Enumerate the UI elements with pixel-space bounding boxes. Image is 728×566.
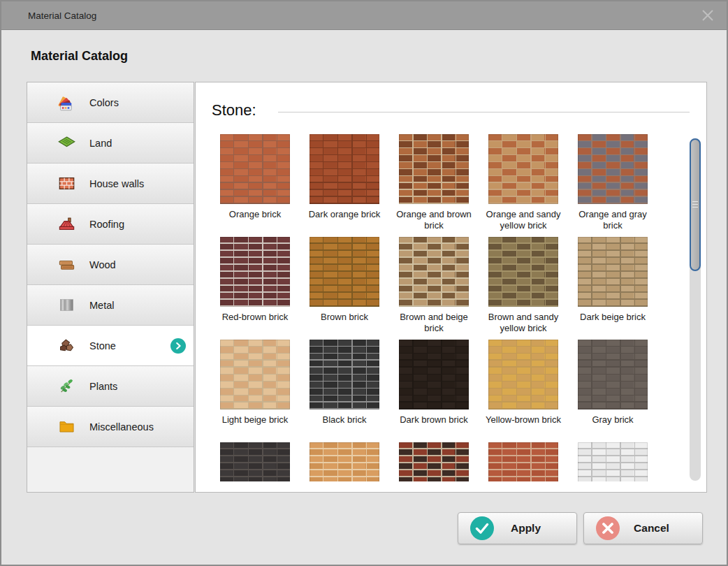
material-tile[interactable]: Dark beige brick <box>568 237 657 340</box>
scrollbar-thumb[interactable] <box>690 138 701 271</box>
category-sidebar: Colors Land House walls Roofing <box>27 82 194 493</box>
colors-palette-icon <box>57 93 76 112</box>
material-tile[interactable]: Dark brown brick <box>389 340 479 442</box>
sidebar-item-stone[interactable]: Stone <box>27 326 194 366</box>
stone-icon <box>57 336 76 355</box>
cancel-button[interactable]: Cancel <box>583 512 703 544</box>
material-label: Black brick <box>300 414 389 426</box>
sidebar-item-colors[interactable]: Colors <box>27 82 194 123</box>
scrollbar-grip-icon <box>692 201 698 208</box>
open-category-button[interactable] <box>170 338 186 354</box>
close-button[interactable] <box>699 6 717 24</box>
material-swatch[interactable] <box>578 340 648 409</box>
material-swatch[interactable] <box>310 134 379 204</box>
sidebar-item-label: Stone <box>89 340 116 351</box>
material-label: Brown and sandy yellow brick <box>479 312 568 334</box>
sidebar-item-miscellaneous[interactable]: Miscellaneous <box>27 407 194 447</box>
material-tile[interactable]: Orange and brown brick <box>389 134 479 237</box>
plants-icon <box>57 377 76 396</box>
material-label: Orange brick <box>210 209 300 220</box>
material-label: Orange and brown brick <box>389 209 479 231</box>
material-swatch[interactable] <box>310 442 379 481</box>
close-icon <box>700 8 715 23</box>
material-swatch[interactable] <box>399 442 469 481</box>
material-swatch[interactable] <box>220 237 290 307</box>
check-circle-icon <box>469 516 495 541</box>
material-tile[interactable] <box>479 442 568 481</box>
material-label: Dark beige brick <box>568 312 657 323</box>
material-swatch[interactable] <box>399 237 469 307</box>
material-label: Brown brick <box>300 312 389 323</box>
sidebar-item-label: Roofing <box>89 219 124 230</box>
section-title: Stone: <box>212 101 256 119</box>
material-tile[interactable] <box>210 442 300 481</box>
sidebar-item-label: Plants <box>89 381 117 392</box>
section-divider <box>278 112 690 113</box>
sidebar-item-plants[interactable]: Plants <box>27 366 194 407</box>
cancel-button-label: Cancel <box>620 522 683 535</box>
x-circle-icon <box>595 516 620 541</box>
material-tile[interactable]: Gray brick <box>568 340 657 442</box>
material-swatch[interactable] <box>399 340 469 409</box>
material-swatch[interactable] <box>488 340 558 409</box>
material-swatch[interactable] <box>399 134 469 204</box>
sidebar-item-house-walls[interactable]: House walls <box>27 164 194 204</box>
sidebar-item-label: Colors <box>89 97 119 108</box>
sidebar-item-label: Wood <box>89 259 116 270</box>
material-swatch[interactable] <box>488 134 558 204</box>
material-tile[interactable]: Red-brown brick <box>210 237 300 340</box>
material-swatch[interactable] <box>220 340 290 409</box>
material-label: Dark brown brick <box>389 414 479 426</box>
material-swatch[interactable] <box>578 237 648 307</box>
material-swatch[interactable] <box>578 134 648 204</box>
sidebar-item-label: Miscellaneous <box>89 421 154 433</box>
material-tile[interactable]: Orange brick <box>210 134 300 237</box>
metal-icon <box>57 296 76 314</box>
sidebar-item-land[interactable]: Land <box>27 123 194 164</box>
material-swatch[interactable] <box>220 134 290 204</box>
material-label: Yellow-brown brick <box>479 414 568 426</box>
page-title: Material Catalog <box>31 49 128 64</box>
material-tile[interactable]: Brown and beige brick <box>389 237 479 340</box>
material-swatch[interactable] <box>488 442 558 481</box>
material-tile[interactable] <box>568 442 657 481</box>
material-label: Brown and beige brick <box>389 312 479 334</box>
material-label: Orange and gray brick <box>568 209 657 231</box>
material-tile[interactable]: Yellow-brown brick <box>479 340 568 442</box>
material-grid: Orange brick Dark orange brick Orange an… <box>210 134 657 481</box>
sidebar-item-label: House walls <box>89 178 144 189</box>
material-tile[interactable]: Brown and sandy yellow brick <box>479 237 568 340</box>
sidebar-item-metal[interactable]: Metal <box>27 285 194 326</box>
material-label: Gray brick <box>568 414 657 426</box>
land-icon <box>57 133 76 152</box>
material-swatch[interactable] <box>310 340 379 409</box>
roofing-icon <box>57 215 76 233</box>
sidebar-item-roofing[interactable]: Roofing <box>27 204 194 245</box>
house-walls-icon <box>57 174 76 193</box>
material-tile[interactable]: Black brick <box>300 340 389 442</box>
material-tile[interactable] <box>300 442 389 481</box>
material-swatch[interactable] <box>488 237 558 307</box>
sidebar-item-wood[interactable]: Wood <box>27 245 194 285</box>
material-tile[interactable]: Light beige brick <box>210 340 300 442</box>
material-label: Dark orange brick <box>300 209 389 220</box>
material-tile[interactable] <box>389 442 479 481</box>
window-titlebar[interactable]: Material Catalog <box>1 1 727 30</box>
material-swatch[interactable] <box>220 442 290 481</box>
material-tile[interactable]: Dark orange brick <box>300 134 389 237</box>
material-label: Orange and sandy yellow brick <box>479 209 568 231</box>
material-tile[interactable]: Orange and gray brick <box>568 134 657 237</box>
window-title: Material Catalog <box>28 10 96 21</box>
scrollbar-track[interactable] <box>690 138 701 481</box>
material-catalog-dialog: Material Catalog Material Catalog Colors <box>0 0 728 566</box>
apply-button-label: Apply <box>495 522 557 535</box>
material-label: Red-brown brick <box>210 312 300 323</box>
material-tile[interactable]: Brown brick <box>300 237 389 340</box>
apply-button[interactable]: Apply <box>458 512 577 544</box>
material-list-panel: Stone: Orange brick Dark orange brick Or… <box>195 82 707 493</box>
material-swatch[interactable] <box>578 442 648 481</box>
wood-icon <box>57 255 76 274</box>
sidebar-item-label: Land <box>89 138 112 149</box>
material-tile[interactable]: Orange and sandy yellow brick <box>479 134 568 237</box>
material-swatch[interactable] <box>310 237 379 307</box>
